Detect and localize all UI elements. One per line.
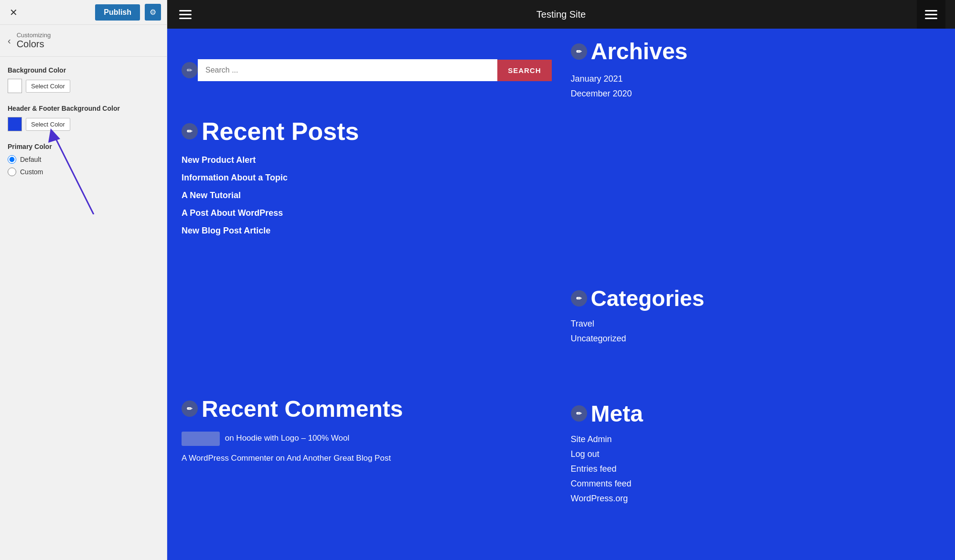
hamburger-right-line-3 — [925, 18, 937, 19]
hamburger-left-button[interactable] — [177, 8, 194, 21]
right-panel: Testing Site ✏ SEARCH ✏ Archives January… — [167, 0, 955, 560]
customizing-header: ‹ Customizing Colors — [0, 25, 167, 57]
meta-title: ✏ Meta — [571, 401, 941, 427]
categories-widget: ✏ Categories Travel Uncategorized — [571, 285, 941, 391]
search-edit-icon[interactable]: ✏ — [182, 62, 198, 78]
hamburger-right-button[interactable] — [917, 0, 945, 29]
archives-list: January 2021 December 2020 — [571, 74, 941, 99]
meta-widget: ✏ Meta Site Admin Log out Entries feed C… — [571, 401, 941, 551]
hamburger-line-1 — [179, 10, 192, 11]
wp-topbar: Testing Site — [167, 0, 955, 29]
recent-comments-title-text: Recent Comments — [202, 396, 403, 422]
top-bar: ✕ Publish ⚙ — [0, 0, 167, 25]
left-panel: ✕ Publish ⚙ ‹ Customizing Colors Backgro… — [0, 0, 167, 560]
primary-color-radio-group: Default Custom — [8, 155, 159, 176]
list-item[interactable]: WordPress.org — [571, 494, 941, 504]
header-footer-color-swatch[interactable] — [8, 117, 22, 131]
meta-title-text: Meta — [591, 401, 643, 427]
close-button[interactable]: ✕ — [6, 5, 21, 20]
background-color-swatch[interactable] — [8, 79, 22, 93]
publish-button[interactable]: Publish — [95, 4, 140, 21]
categories-title: ✏ Categories — [571, 285, 941, 311]
primary-color-section: Primary Color Default Custom — [8, 143, 159, 176]
customizing-label: Customizing — [17, 32, 51, 39]
archives-widget: ✏ Archives January 2021 December 2020 — [571, 38, 941, 285]
primary-color-custom-radio[interactable] — [8, 168, 16, 176]
primary-color-default-label: Default — [20, 156, 41, 163]
recent-posts-title-text: Recent Posts — [202, 117, 359, 146]
recent-posts-title: ✏ Recent Posts — [182, 117, 552, 146]
archives-title: ✏ Archives — [571, 38, 941, 64]
primary-color-custom-label: Custom — [20, 168, 43, 176]
recent-posts-edit-icon[interactable]: ✏ — [182, 123, 198, 139]
header-footer-color-section: Header & Footer Background Color Select … — [8, 105, 159, 131]
list-item[interactable]: Information About a Topic — [182, 173, 552, 183]
customizing-text: Customizing Colors — [17, 32, 51, 50]
site-title: Testing Site — [537, 9, 586, 20]
background-select-color-button[interactable]: Select Color — [26, 80, 70, 93]
archives-title-text: Archives — [591, 38, 688, 64]
categories-title-text: Categories — [591, 285, 705, 311]
list-item[interactable]: Log out — [571, 449, 941, 459]
recent-comments-widget: ✏ Recent Comments on Hoodie with Logo – … — [182, 396, 552, 551]
recent-posts-widget: ✏ Recent Posts New Product Alert Informa… — [182, 117, 552, 286]
recent-comments-title: ✏ Recent Comments — [182, 396, 552, 422]
list-item[interactable]: Comments feed — [571, 479, 941, 489]
categories-edit-icon[interactable]: ✏ — [571, 290, 587, 306]
comment-text: A WordPress Commenter on And Another Gre… — [182, 454, 391, 463]
categories-list: Travel Uncategorized — [571, 319, 941, 344]
list-item: A WordPress Commenter on And Another Gre… — [182, 453, 552, 464]
hamburger-right-line-2 — [925, 14, 937, 15]
primary-color-custom-option[interactable]: Custom — [8, 168, 159, 176]
background-color-row: Select Color — [8, 79, 159, 93]
meta-edit-icon[interactable]: ✏ — [571, 405, 587, 422]
archives-edit-icon[interactable]: ✏ — [571, 43, 587, 60]
list-item[interactable]: Travel — [571, 319, 941, 329]
back-button[interactable]: ‹ — [8, 35, 11, 46]
wp-content: ✏ SEARCH ✏ Archives January 2021 Decembe… — [167, 29, 955, 560]
list-item[interactable]: A New Tutorial — [182, 190, 552, 201]
list-item[interactable]: A Post About WordPress — [182, 208, 552, 218]
background-color-section: Background Color Select Color — [8, 66, 159, 93]
list-item[interactable]: December 2020 — [571, 89, 941, 99]
hamburger-line-3 — [179, 18, 192, 19]
list-item[interactable]: New Blog Post Article — [182, 226, 552, 236]
hamburger-right-line-1 — [925, 10, 937, 11]
list-item: on Hoodie with Logo – 100% Wool — [182, 432, 552, 446]
search-input[interactable] — [198, 59, 497, 81]
list-item[interactable]: Entries feed — [571, 464, 941, 474]
hamburger-line-2 — [179, 14, 192, 15]
list-item[interactable]: New Product Alert — [182, 155, 552, 165]
meta-list: Site Admin Log out Entries feed Comments… — [571, 434, 941, 504]
header-footer-color-label: Header & Footer Background Color — [8, 105, 159, 112]
gear-button[interactable]: ⚙ — [145, 4, 161, 21]
comment-text: on Hoodie with Logo – 100% Wool — [225, 433, 350, 443]
background-color-label: Background Color — [8, 66, 159, 74]
list-item[interactable]: Uncategorized — [571, 334, 941, 344]
header-footer-select-color-button[interactable]: Select Color — [26, 118, 70, 131]
page-title: Colors — [17, 39, 51, 50]
search-widget: ✏ SEARCH — [182, 38, 552, 103]
primary-color-label: Primary Color — [8, 143, 159, 150]
search-button[interactable]: SEARCH — [497, 60, 551, 81]
panel-body: Background Color Select Color Header & F… — [0, 57, 167, 560]
list-item[interactable]: January 2021 — [571, 74, 941, 84]
header-footer-color-row: Select Color — [8, 117, 159, 131]
commenter-avatar — [182, 432, 220, 446]
primary-color-default-option[interactable]: Default — [8, 155, 159, 164]
primary-color-default-radio[interactable] — [8, 155, 16, 164]
recent-comments-edit-icon[interactable]: ✏ — [182, 401, 198, 417]
list-item[interactable]: Site Admin — [571, 434, 941, 444]
